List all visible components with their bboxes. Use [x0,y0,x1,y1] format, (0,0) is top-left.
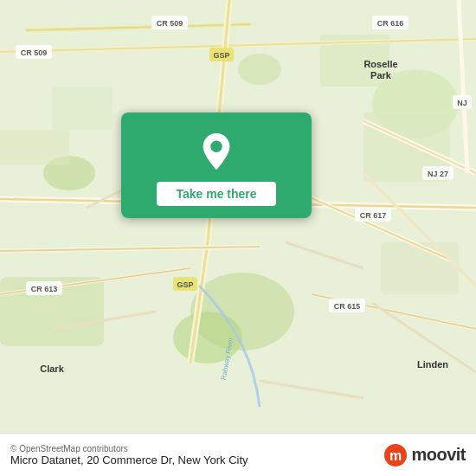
svg-point-66 [210,141,222,152]
moovit-m-icon: m [383,443,408,467]
tooltip-card: Take me there [121,113,312,218]
svg-text:Clark: Clark [40,363,64,374]
location-text: Micro Datanet, 20 Commerce Dr, New York … [10,453,248,466]
svg-text:CR 617: CR 617 [360,211,387,220]
svg-text:NJ: NJ [457,99,467,107]
svg-text:GSP: GSP [213,51,229,60]
tooltip-green-section: Take me there [121,113,312,218]
svg-text:CR 613: CR 613 [31,285,58,293]
attribution-text: © OpenStreetMap contributors [10,444,248,453]
svg-text:NJ 27: NJ 27 [428,170,448,178]
svg-text:m: m [389,448,402,463]
svg-rect-9 [381,242,459,294]
moovit-logo: m moovit [383,443,466,467]
svg-text:CR 615: CR 615 [334,302,361,311]
svg-rect-11 [0,130,69,164]
take-me-there-button[interactable]: Take me there [157,182,275,206]
svg-text:Park: Park [370,70,392,80]
map-container: GSP GSP CR 509 CR 509 [0,0,476,433]
moovit-text: moovit [411,445,466,465]
svg-point-6 [238,54,281,85]
svg-text:CR 509: CR 509 [21,48,48,57]
svg-text:Roselle: Roselle [363,59,397,69]
svg-rect-10 [52,87,113,130]
svg-text:Linden: Linden [417,359,448,370]
location-pin-icon [199,132,234,173]
svg-text:CR 509: CR 509 [157,19,183,28]
bottom-info: © OpenStreetMap contributors Micro Datan… [10,444,248,466]
svg-text:GSP: GSP [177,280,193,289]
svg-text:CR 616: CR 616 [377,19,404,28]
svg-point-2 [173,312,242,363]
bottom-bar: © OpenStreetMap contributors Micro Datan… [0,433,476,476]
